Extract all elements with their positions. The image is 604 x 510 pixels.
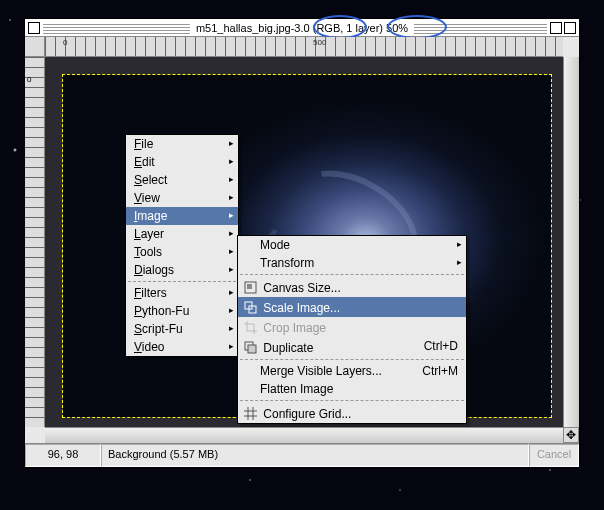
shortcut-label: Ctrl+D [424, 339, 458, 353]
menu-item-duplicate[interactable]: Duplicate Ctrl+D [238, 337, 466, 357]
menu-item-script-fu[interactable]: Script-Fu▸ [126, 320, 238, 338]
submenu-arrow-icon: ▸ [229, 228, 234, 238]
menu-item-crop-image: Crop Image [238, 317, 466, 337]
maximize-window-button[interactable] [564, 22, 576, 34]
submenu-arrow-icon: ▸ [229, 156, 234, 166]
submenu-arrow-icon: ▸ [229, 305, 234, 315]
submenu-arrow-icon: ▸ [229, 138, 234, 148]
cancel-button[interactable]: Cancel [529, 444, 579, 467]
crop-icon [244, 321, 258, 337]
submenu-arrow-icon: ▸ [229, 264, 234, 274]
ruler-vertical[interactable]: 0 [25, 57, 45, 427]
svg-rect-5 [248, 345, 256, 353]
ruler-horizontal[interactable]: 0 500 [45, 37, 563, 57]
menu-item-canvas-size[interactable]: Canvas Size... [238, 277, 466, 297]
submenu-arrow-icon: ▸ [229, 210, 234, 220]
pan-navigation-button[interactable]: ✥ [563, 427, 579, 443]
menu-item-view[interactable]: View▸ [126, 189, 238, 207]
menu-item-flatten[interactable]: Flatten Image [238, 380, 466, 398]
menu-item-mode[interactable]: Mode▸ [238, 236, 466, 254]
menu-item-filters[interactable]: Filters▸ [126, 284, 238, 302]
grid-icon [244, 407, 258, 423]
menu-separator [240, 359, 464, 360]
status-coordinates: 96, 98 [25, 444, 101, 467]
menu-item-merge-visible[interactable]: Merge Visible Layers...Ctrl+M [238, 362, 466, 380]
menu-separator [240, 274, 464, 275]
submenu-arrow-icon: ▸ [229, 174, 234, 184]
menu-item-video[interactable]: Video▸ [126, 338, 238, 356]
menu-separator [128, 281, 236, 282]
scrollbar-vertical[interactable] [563, 57, 579, 427]
titlebar[interactable]: m51_hallas_big.jpg-3.0 (RGB, 1 layer) 50… [25, 19, 579, 37]
scrollbar-horizontal[interactable] [45, 427, 563, 443]
minimize-window-button[interactable] [550, 22, 562, 34]
menu-item-python-fu[interactable]: Python-Fu▸ [126, 302, 238, 320]
menu-item-file[interactable]: File▸ [126, 135, 238, 153]
scale-image-icon [244, 301, 258, 317]
submenu-arrow-icon: ▸ [457, 257, 462, 267]
close-window-button[interactable] [28, 22, 40, 34]
menu-separator [240, 400, 464, 401]
submenu-arrow-icon: ▸ [457, 239, 462, 249]
window-title: m51_hallas_big.jpg-3.0 (RGB, 1 layer) 50… [190, 22, 414, 34]
menu-item-transform[interactable]: Transform▸ [238, 254, 466, 272]
image-window: m51_hallas_big.jpg-3.0 (RGB, 1 layer) 50… [24, 18, 580, 468]
menu-item-scale-image[interactable]: Scale Image... [238, 297, 466, 317]
menu-item-tools[interactable]: Tools▸ [126, 243, 238, 261]
submenu-arrow-icon: ▸ [229, 287, 234, 297]
submenu-arrow-icon: ▸ [229, 192, 234, 202]
statusbar: 96, 98 Background (5.57 MB) Cancel [25, 443, 579, 467]
context-menu-main: File▸ Edit▸ Select▸ View▸ Image▸ Layer▸ … [125, 134, 239, 357]
canvas-size-icon [244, 281, 258, 297]
status-layer-info: Background (5.57 MB) [101, 444, 529, 467]
submenu-image: Mode▸ Transform▸ Canvas Size... Scale Im… [237, 235, 467, 424]
menu-item-dialogs[interactable]: Dialogs▸ [126, 261, 238, 279]
svg-rect-1 [247, 284, 252, 289]
ruler-origin[interactable] [25, 37, 45, 57]
duplicate-icon [244, 341, 258, 357]
submenu-arrow-icon: ▸ [229, 323, 234, 333]
menu-item-select[interactable]: Select▸ [126, 171, 238, 189]
menu-item-image[interactable]: Image▸ [126, 207, 238, 225]
submenu-arrow-icon: ▸ [229, 246, 234, 256]
menu-item-edit[interactable]: Edit▸ [126, 153, 238, 171]
shortcut-label: Ctrl+M [422, 364, 458, 378]
menu-item-configure-grid[interactable]: Configure Grid... [238, 403, 466, 423]
menu-item-layer[interactable]: Layer▸ [126, 225, 238, 243]
submenu-arrow-icon: ▸ [229, 341, 234, 351]
